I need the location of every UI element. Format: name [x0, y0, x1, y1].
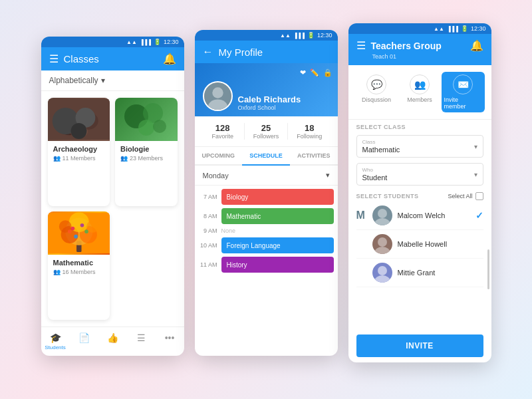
svg-point-24 — [378, 209, 387, 218]
scrollbar — [487, 249, 489, 289]
select-class-header: SELECT CLASS — [348, 120, 491, 132]
schedule-item-11am: 11 AM History — [199, 257, 334, 273]
tab-disqussion[interactable]: 💬 Disqussion — [355, 72, 398, 112]
svg-point-15 — [86, 220, 99, 233]
who-dropdown[interactable]: Who Student ▾ — [356, 163, 483, 186]
mathematic-members: 👥 16 Members — [53, 269, 105, 275]
who-dropdown-value: Student — [362, 174, 388, 182]
battery-icon: 🔋 — [154, 39, 161, 45]
class-card-biologie[interactable]: Biologie 👥 23 Members — [115, 98, 178, 206]
nav-menu[interactable]: ☰ — [127, 331, 156, 352]
like-icon: 👍 — [107, 332, 118, 343]
invite-icon: ✉️ — [453, 74, 473, 94]
student-item-mabelle[interactable]: Mabelle Howell — [356, 230, 483, 259]
tab-schedule[interactable]: SCHEDULE — [242, 147, 290, 164]
tab-activities[interactable]: ACTIVITIES — [290, 147, 338, 164]
class-dropdown-arrow: ▾ — [474, 143, 477, 150]
tab-upcoming[interactable]: UPCOMING — [195, 147, 243, 164]
nav-like[interactable]: 👍 — [98, 331, 127, 352]
filter-bar: Alphabetically ▾ — [41, 70, 184, 91]
status-bar-1: ▲▲ ▐▐▐ 🔋 12:30 — [41, 37, 184, 47]
history-block[interactable]: History — [221, 257, 334, 273]
student-group-letter: M — [356, 209, 367, 221]
teachers-bell-icon[interactable]: 🔔 — [470, 39, 483, 52]
students-label: Students — [45, 344, 66, 350]
svg-point-3 — [70, 125, 87, 138]
members-icon-2: 👥 — [120, 155, 128, 162]
members-icon-3: 👥 — [53, 269, 61, 275]
class-dropdown[interactable]: Class Mathematic ▾ — [356, 135, 483, 158]
schedule-list: 7 AM Biology 8 AM Mathematic 9 AM None 1… — [195, 186, 338, 356]
who-dropdown-label: Who — [362, 167, 388, 173]
schedule-item-8am: 8 AM Mathematic — [199, 208, 334, 224]
invite-label: Invite member — [444, 96, 482, 110]
bell-icon[interactable]: 🔔 — [163, 53, 176, 65]
who-dropdown-arrow: ▾ — [474, 171, 477, 178]
class-card-mathematic[interactable]: Mathematic 👥 16 Members — [48, 211, 110, 320]
nav-more[interactable]: ••• — [156, 331, 184, 352]
time-9am: 9 AM — [199, 227, 217, 234]
biology-block[interactable]: Biology — [221, 189, 334, 205]
status-bar-2: ▲▲ ▐▐▐ 🔋 12:30 — [195, 30, 338, 41]
profile-tabs: UPCOMING SCHEDULE ACTIVITIES — [195, 147, 338, 166]
time-display-3: 12:30 — [471, 25, 486, 32]
svg-point-28 — [378, 266, 387, 275]
nav-students[interactable]: 🎓 Students — [41, 331, 70, 352]
time-10am: 10 AM — [199, 242, 217, 249]
svg-point-7 — [153, 120, 166, 133]
followers-label: Followers — [245, 133, 287, 140]
svg-point-26 — [378, 237, 387, 247]
svg-point-19 — [84, 229, 88, 233]
svg-point-18 — [74, 235, 78, 239]
malcom-avatar — [372, 205, 392, 225]
student-item-mittie[interactable]: Mittie Grant — [356, 259, 483, 287]
class-dropdown-value: Mathematic — [362, 146, 400, 154]
teachers-menu-icon[interactable]: ☰ — [356, 39, 366, 52]
profile-school: Oxford School — [238, 104, 301, 111]
biologie-title: Biologie — [120, 145, 172, 153]
select-all-checkbox[interactable] — [475, 192, 483, 200]
day-arrow: ▾ — [326, 171, 330, 180]
tab-invite-member[interactable]: ✉️ Invite member — [442, 72, 485, 112]
malcom-checkmark: ✓ — [475, 210, 483, 221]
members-icon: 👥 — [53, 155, 61, 162]
none-label: None — [221, 227, 236, 234]
time-8am: 8 AM — [199, 213, 217, 219]
back-button[interactable]: ← — [203, 46, 213, 58]
student-item-malcom[interactable]: M Malcom Welch ✓ — [356, 201, 483, 230]
heart-icon[interactable]: ❤ — [300, 68, 306, 77]
foreign-language-block[interactable]: Foreign Language — [221, 237, 334, 253]
schedule-item-10am: 10 AM Foreign Language — [199, 237, 334, 253]
class-card-archaeology[interactable]: Archaeology 👥 11 Members — [48, 98, 110, 206]
following-count: 18 — [288, 123, 331, 133]
wifi-icon-2: ▲▲ — [280, 33, 291, 39]
profile-name: Caleb Richards — [238, 94, 301, 104]
menu-list-icon: ☰ — [137, 332, 146, 343]
docs-icon: 📄 — [78, 332, 90, 343]
classes-header: ☰ Classes 🔔 — [41, 47, 184, 70]
tab-members[interactable]: 👥 Members — [398, 72, 442, 112]
favorite-label: Favorite — [201, 133, 244, 140]
archaeology-members: 👥 11 Members — [53, 155, 105, 162]
mittie-name: Mittie Grant — [398, 269, 483, 277]
status-bar-3: ▲▲ ▐▐▐ 🔋 12:30 — [348, 23, 491, 34]
malcom-name: Malcom Welch — [398, 211, 470, 219]
edit-icon[interactable]: ✏️ — [310, 68, 319, 77]
lock-icon: 🔒 — [323, 68, 332, 77]
invite-button[interactable]: INVITE — [356, 334, 483, 357]
svg-rect-0 — [48, 99, 110, 140]
time-display-1: 12:30 — [164, 39, 179, 45]
wifi-icon-3: ▲▲ — [434, 26, 444, 32]
day-selector[interactable]: Monday ▾ — [195, 166, 338, 186]
select-all-row[interactable]: Select All — [448, 192, 483, 200]
favorite-count: 128 — [201, 123, 244, 133]
svg-point-20 — [67, 229, 71, 233]
menu-icon[interactable]: ☰ — [49, 53, 59, 65]
students-section-header: SELECT STUDENTS Select All — [348, 188, 491, 201]
signal-icon-3: ▐▐▐ — [447, 26, 458, 32]
profile-cover: ❤ ✏️ 🔒 Caleb Richards Oxford School — [195, 63, 338, 116]
mathematic-block[interactable]: Mathematic — [221, 208, 334, 224]
schedule-item-9am: 9 AM None — [199, 227, 334, 234]
svg-point-22 — [212, 87, 223, 98]
nav-docs[interactable]: 📄 — [70, 331, 98, 352]
